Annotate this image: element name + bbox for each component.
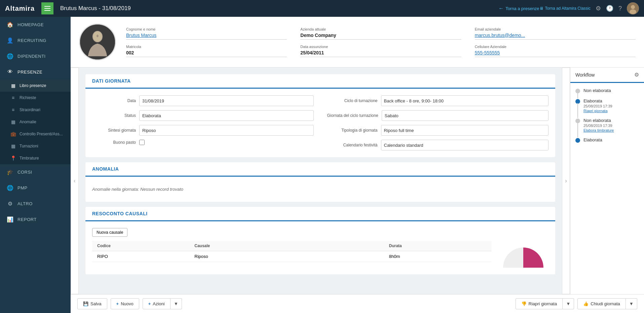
email-value[interactable]: marcus.brutus@demo... [475, 33, 636, 40]
chiudi-group: 👍 Chiudi giornata ▼ [577, 298, 637, 309]
buono-pasto-checkbox[interactable] [139, 140, 145, 145]
workflow-step-4: Elaborata [575, 137, 639, 143]
workflow-gear-icon[interactable]: ⚙ [634, 72, 639, 78]
step-status-2: Elaborata [583, 98, 639, 103]
workflow-tab-label: Workflow [575, 72, 595, 78]
step-status-4: Elaborata [583, 137, 639, 142]
presenze-submenu: ▦ Libro presenze ≡ Richieste ≡ Straordin… [0, 80, 71, 164]
field-azienda: Azienda attuale Demo Company [300, 27, 461, 40]
new-button[interactable]: + Nuovo [111, 298, 139, 309]
sidebar-sub-timbrature[interactable]: 📍 Timbrature [0, 152, 71, 164]
main-layout: 🏠 HOMEPAGE 👤 RECRUITING 🌐 DIPENDENTI 👁 P… [0, 17, 644, 313]
section-resoconto-title: RESOCONTO CAUSALI [92, 211, 148, 216]
profile-header: Cognome e nome Brutus Marcus Azienda att… [71, 17, 644, 68]
step-info-2: Elaborata 25/08/2019 17:39 Riapri giorna… [583, 98, 639, 113]
sidebar-item-recruiting[interactable]: 👤 RECRUITING [0, 33, 71, 48]
tipologia-field: Riposo full time [381, 125, 549, 136]
chiudi-button[interactable]: 👍 Chiudi giornata [577, 298, 626, 309]
sidebar-item-homepage[interactable]: 🏠 HOMEPAGE [0, 17, 71, 33]
altro-icon: ⚙ [7, 200, 13, 207]
azioni-group: + Azioni ▼ [143, 298, 182, 309]
row-codice: RIPO [97, 254, 194, 259]
sidebar-item-report[interactable]: 📊 REPORT [0, 212, 71, 227]
sidebar-item-pmp[interactable]: 🌐 PMP [0, 180, 71, 196]
workflow-step-3: Non elaborata 25/08/2019 17:39 Elabora t… [575, 118, 639, 132]
svg-point-2 [630, 9, 636, 14]
nome-value[interactable]: Brutus Marcus [126, 33, 287, 40]
field-calendario: Calendario festività Calendario standard [327, 140, 549, 150]
step-dot-4 [575, 138, 580, 143]
svg-point-1 [631, 5, 635, 9]
col-durata: Durata [389, 243, 486, 248]
hamburger-button[interactable] [41, 2, 53, 14]
field-email: Email aziendale marcus.brutus@demo... [475, 27, 636, 40]
chart-circle [503, 248, 543, 268]
back-to-presenze-link[interactable]: ← Torna a presenze [498, 5, 539, 11]
nav-right-arrow[interactable]: › [562, 68, 570, 294]
sidebar-sub-straordinari[interactable]: ≡ Straordinari [0, 104, 71, 116]
corsi-icon: 🎓 [7, 169, 13, 175]
chiudi-dropdown[interactable]: ▼ [626, 298, 637, 309]
top-header: Altamira Brutus Marcus - 31/08/2019 ← To… [0, 0, 644, 17]
classic-icon: 🖥 [539, 6, 543, 11]
step-date-2: 25/08/2019 17:39 [583, 104, 639, 108]
resoconto-content: Codice Causale Durata RIPO Riposo 8h0m [92, 241, 548, 268]
step-link-3[interactable]: Elabora timbrature [583, 128, 639, 132]
calendario-field: Calendario standard [381, 140, 549, 150]
content-with-workflow: ‹ DATI GIORNATA Data 31/0 [71, 68, 644, 294]
status-field: Elaborata [139, 110, 314, 121]
riapri-button[interactable]: 👎 Riapri giornata [516, 298, 563, 309]
classic-link[interactable]: 🖥 Torna ad Altamira Classic [539, 6, 591, 11]
header-actions: 🖥 Torna ad Altamira Classic ⚙ 🕐 ? [539, 2, 639, 14]
sidebar-sub-richieste[interactable]: ≡ Richieste [0, 92, 71, 104]
main-content: DATI GIORNATA Data 31/08/2019 [79, 68, 562, 294]
chiudi-icon: 👍 [583, 301, 589, 306]
col-causale: Causale [194, 243, 389, 248]
azioni-icon: + [148, 301, 151, 306]
settings-icon[interactable]: ⚙ [596, 5, 601, 12]
user-avatar[interactable] [627, 2, 639, 14]
azioni-button[interactable]: + Azioni [143, 298, 171, 309]
data-assunzione-value: 25/04/2011 [300, 50, 461, 57]
step-status-1: Non elaborata [583, 88, 639, 93]
section-resoconto: RESOCONTO CAUSALI Nuova causale Codice C… [85, 207, 555, 274]
field-buono-pasto: Buono pasto [92, 140, 314, 145]
clock-icon[interactable]: 🕐 [606, 5, 613, 12]
new-icon: + [116, 301, 119, 306]
riapri-dropdown[interactable]: ▼ [563, 298, 574, 309]
sidebar-item-altro[interactable]: ⚙ ALTRO [0, 196, 71, 212]
sidebar-item-presenze[interactable]: 👁 PRESENZE [0, 64, 71, 80]
step-status-3: Non elaborata [583, 118, 639, 123]
sidebar-sub-turnazioni[interactable]: ▦ Turnazioni [0, 140, 71, 152]
section-resoconto-header: RESOCONTO CAUSALI [85, 207, 555, 221]
field-cellulare: Cellulare Aziendale 555-555555 [475, 45, 636, 57]
profile-avatar [79, 24, 116, 60]
table-row: RIPO Riposo 8h0m [92, 251, 491, 262]
cellulare-value[interactable]: 555-555555 [475, 50, 636, 57]
sidebar-sub-anomalie[interactable]: ▦ Anomalie [0, 116, 71, 128]
sidebar-sub-controllo[interactable]: 💼 Controllo Presenti/Ass... [0, 128, 71, 140]
sidebar-item-dipendenti[interactable]: 🌐 DIPENDENTI [0, 48, 71, 64]
help-icon[interactable]: ? [618, 5, 622, 12]
bottom-toolbar: 💾 Salva + Nuovo + Azioni ▼ 👎 Riapri gior… [71, 294, 644, 313]
content-area: Cognome e nome Brutus Marcus Azienda att… [71, 17, 644, 313]
nav-left-arrow[interactable]: ‹ [71, 68, 79, 294]
save-button[interactable]: 💾 Salva [77, 298, 107, 309]
sidebar-sub-libro-presenze[interactable]: ▦ Libro presenze [0, 80, 71, 92]
section-dati-title: DATI GIORNATA [92, 78, 131, 84]
app-logo: Altamira [5, 5, 35, 12]
nuova-causale-button[interactable]: Nuova causale [92, 228, 127, 237]
report-icon: 📊 [7, 216, 13, 223]
libro-icon: ▦ [10, 83, 16, 88]
pie-chart [498, 241, 548, 268]
step-link-2[interactable]: Riapri giornata [583, 109, 639, 113]
riapri-icon: 👎 [521, 301, 527, 306]
ciclo-field: Back office - 8 ore, 9:00- 18:00 [381, 95, 549, 106]
workflow-step-2: Elaborata 25/08/2019 17:39 Riapri giorna… [575, 98, 639, 113]
step-dot-3 [575, 119, 580, 123]
sidebar-item-corsi[interactable]: 🎓 CORSI [0, 164, 71, 180]
row-durata: 8h0m [389, 254, 486, 259]
turnazioni-icon: ▦ [10, 143, 16, 149]
azioni-dropdown[interactable]: ▼ [171, 298, 182, 309]
section-resoconto-body: Nuova causale Codice Causale Durata RIPO [85, 221, 555, 274]
